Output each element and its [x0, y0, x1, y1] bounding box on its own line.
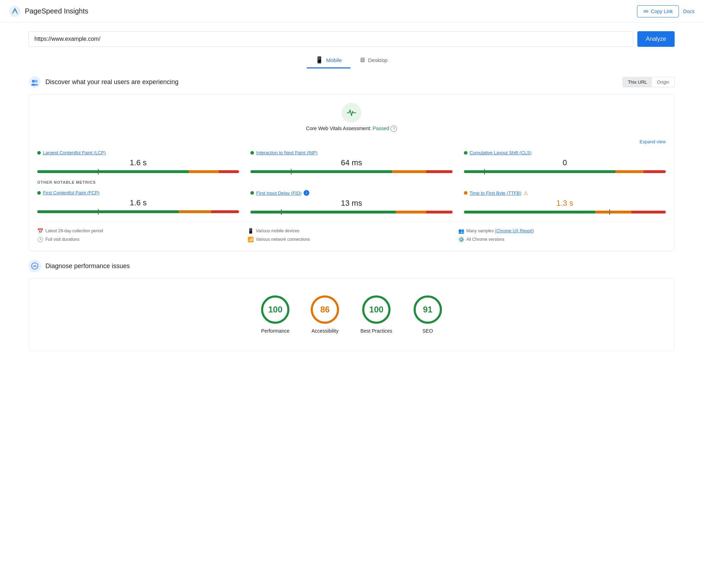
tab-mobile-label: Mobile [326, 57, 342, 63]
clock-icon: 🕐 [37, 237, 43, 242]
network-text: Various network connections [256, 237, 310, 242]
lcp-label[interactable]: Largest Contentful Paint (LCP) [43, 150, 106, 155]
diagnose-icon [28, 260, 41, 272]
cwv-info-icon[interactable]: ? [391, 126, 397, 132]
expand-view-link[interactable]: Expand view [37, 139, 666, 144]
lcp-value: 1.6 s [37, 158, 239, 167]
fid-label[interactable]: First Input Delay (FID) [256, 190, 301, 196]
best-practices-circle: 100 [362, 295, 391, 324]
inp-bar-bg [250, 170, 452, 173]
heartbeat-icon [347, 108, 356, 118]
ttfb-label[interactable]: Time to First Byte (TTFB) [470, 190, 521, 196]
core-web-vitals-card: Core Web Vitals Assessment: Passed ? Exp… [28, 94, 675, 251]
docs-link[interactable]: Docs [683, 9, 694, 14]
lcp-bar-green [37, 170, 189, 173]
cls-bar-bg [464, 170, 666, 173]
cwv-title-row: Core Web Vitals Assessment: Passed ? [306, 126, 397, 132]
cls-bar-orange [615, 170, 644, 173]
footer-chrome: ⚙️ All Chrome versions [458, 237, 666, 242]
cls-bar-red [643, 170, 666, 173]
best-practices-value: 100 [369, 305, 383, 315]
score-performance: 100 Performance [261, 295, 289, 334]
cls-bar-green [464, 170, 615, 173]
tab-desktop[interactable]: 🖥 Desktop [350, 52, 396, 68]
chrome-icon: ⚙️ [458, 237, 464, 242]
header-right: Copy Link Docs [637, 5, 694, 17]
card-footer: 📅 Latest 28-day collection period 📱 Vari… [37, 222, 666, 242]
inp-bar [250, 170, 452, 173]
fid-marker [281, 209, 282, 215]
cls-bar [464, 170, 666, 173]
cls-marker [484, 169, 485, 174]
inp-label-row: Interaction to Next Paint (INP) [250, 150, 452, 155]
origin-button[interactable]: Origin [652, 77, 674, 87]
cls-status-dot [464, 151, 467, 155]
other-metrics-grid: First Contentful Paint (FCP) 1.6 s First… [37, 190, 666, 215]
real-experience-title: Discover what your real users are experi… [45, 78, 178, 86]
metric-inp: Interaction to Next Paint (INP) 64 ms [250, 150, 452, 174]
footer-samples: 👥 Many samples (Chrome UX Report) [458, 228, 666, 234]
accessibility-circle: 86 [311, 295, 339, 324]
svg-point-7 [34, 265, 35, 267]
svg-point-3 [35, 80, 38, 83]
url-section: Analyze [0, 23, 703, 52]
metric-lcp: Largest Contentful Paint (LCP) 1.6 s [37, 150, 239, 174]
cwv-status: Passed [373, 126, 389, 131]
wifi-icon: 📶 [248, 237, 254, 242]
performance-circle: 100 [261, 295, 289, 324]
fcp-value: 1.6 s [37, 198, 239, 207]
main-content: Discover what your real users are experi… [0, 76, 703, 374]
tab-mobile[interactable]: 📱 Mobile [307, 52, 350, 68]
svg-point-1 [29, 76, 40, 88]
real-experience-header: Discover what your real users are experi… [28, 76, 675, 88]
collection-period-text: Latest 28-day collection period [45, 228, 103, 233]
cls-value: 0 [464, 158, 666, 167]
cwv-header: Core Web Vitals Assessment: Passed ? [37, 103, 666, 132]
url-origin-toggle: This URL Origin [622, 77, 675, 87]
metric-ttfb: Time to First Byte (TTFB) ⚠ 1.3 s [464, 190, 666, 215]
inp-status-dot [250, 151, 254, 155]
app-title: PageSpeed Insights [25, 7, 88, 15]
cwv-title: Core Web Vitals Assessment: [306, 126, 371, 131]
mobile-icon: 📱 [315, 56, 323, 64]
this-url-button[interactable]: This URL [623, 77, 652, 87]
mobile-devices-text: Various mobile devices [256, 228, 299, 233]
url-input[interactable] [28, 31, 633, 47]
performance-label: Performance [261, 328, 289, 334]
performance-value: 100 [268, 305, 282, 315]
cls-label[interactable]: Cumulative Layout Shift (CLS) [470, 150, 532, 155]
ttfb-warning-icon[interactable]: ⚠ [524, 190, 528, 196]
accessibility-value: 86 [320, 305, 330, 315]
scores-card: 100 Performance 86 Accessibility 100 Bes… [28, 278, 675, 351]
inp-bar-green [250, 170, 392, 173]
analyze-button[interactable]: Analyze [637, 31, 675, 47]
cls-label-row: Cumulative Layout Shift (CLS) [464, 150, 666, 155]
fid-info-icon[interactable]: i [304, 190, 309, 196]
fcp-status-dot [37, 191, 41, 195]
metric-fcp: First Contentful Paint (FCP) 1.6 s [37, 190, 239, 215]
lcp-bar-orange [189, 170, 219, 173]
inp-value: 64 ms [250, 158, 452, 167]
svg-point-0 [9, 6, 21, 17]
best-practices-label: Best Practices [360, 328, 392, 334]
score-seo: 91 SEO [414, 295, 442, 334]
chrome-text: All Chrome versions [466, 237, 504, 242]
chrome-ux-report-link[interactable]: Chrome UX Report [496, 228, 532, 233]
metric-cls: Cumulative Layout Shift (CLS) 0 [464, 150, 666, 174]
copy-link-button[interactable]: Copy Link [637, 5, 679, 17]
main-metrics-grid: Largest Contentful Paint (LCP) 1.6 s Int… [37, 150, 666, 174]
pagespeed-logo [9, 5, 21, 18]
fcp-bar-bg [37, 210, 239, 213]
footer-network: 📶 Various network connections [248, 237, 455, 242]
diagnose-title: Diagnose performance issues [45, 262, 130, 270]
fcp-label[interactable]: First Contentful Paint (FCP) [43, 190, 100, 195]
lcp-bar-bg [37, 170, 239, 173]
accessibility-label: Accessibility [311, 328, 338, 334]
footer-mobile-devices: 📱 Various mobile devices [248, 228, 455, 234]
seo-value: 91 [423, 305, 432, 315]
lcp-bar-red [219, 170, 239, 173]
footer-visit-durations: 🕐 Full visit durations [37, 237, 245, 242]
inp-label[interactable]: Interaction to Next Paint (INP) [256, 150, 317, 155]
lcp-bar [37, 170, 239, 173]
inp-bar-orange [392, 170, 426, 173]
